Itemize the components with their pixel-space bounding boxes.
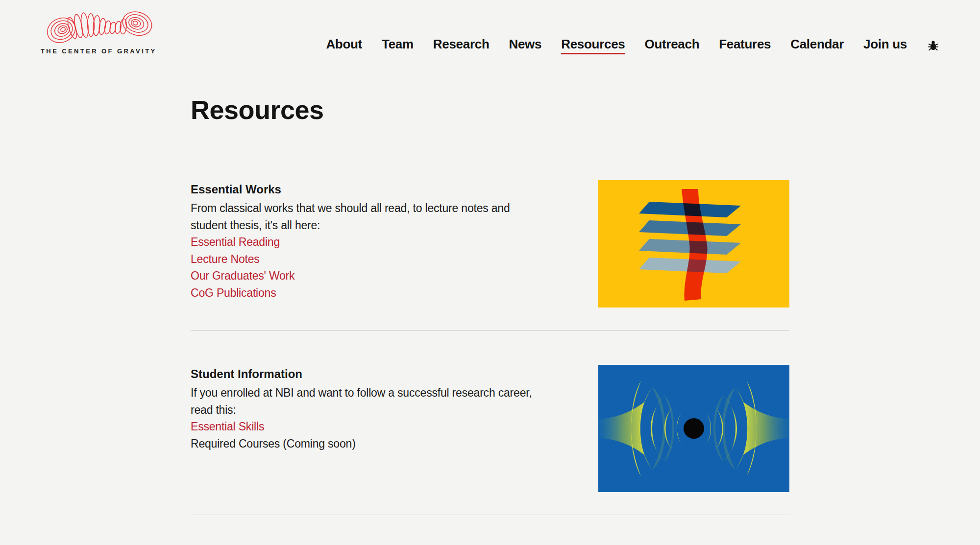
section-student-information: Student Information If you enrolled at N… [191, 331, 789, 492]
section-links: Essential Skills Required Courses (Comin… [191, 418, 578, 452]
nav-item-team[interactable]: Team [382, 37, 414, 52]
required-courses-text: Required Courses (Coming soon) [191, 435, 578, 452]
brand-name: THE CENTER OF GRAVITY [41, 47, 159, 55]
section-links: Essential Reading Lecture Notes Our Grad… [191, 234, 578, 301]
nav-item-features[interactable]: Features [719, 37, 771, 52]
main-content: Resources Essential Works From classical… [191, 95, 789, 515]
link-lecture-notes[interactable]: Lecture Notes [191, 253, 260, 265]
list-item: Essential Reading [191, 234, 578, 251]
link-our-graduates-work[interactable]: Our Graduates' Work [191, 269, 294, 282]
page-title: Resources [191, 95, 789, 124]
list-item: Our Graduates' Work [191, 267, 578, 284]
black-hole-waves-graphic [598, 365, 789, 492]
site-header: THE CENTER OF GRAVITY About Team Researc… [0, 0, 980, 58]
section-text: Essential Works From classical works tha… [191, 180, 578, 301]
nav-item-join-us[interactable]: Join us [863, 37, 907, 52]
list-item: CoG Publications [191, 284, 578, 302]
nav-item-research[interactable]: Research [433, 37, 490, 52]
nav-item-resources[interactable]: Resources [561, 37, 625, 54]
link-cog-publications[interactable]: CoG Publications [191, 286, 276, 299]
essential-works-illustration [598, 180, 789, 308]
stacked-planes-graphic [598, 180, 789, 308]
link-essential-skills[interactable]: Essential Skills [191, 420, 264, 433]
list-item: Essential Skills [191, 418, 578, 435]
nav-item-news[interactable]: News [509, 37, 541, 52]
nav-item-about[interactable]: About [326, 37, 362, 52]
nav-item-outreach[interactable]: Outreach [644, 37, 699, 52]
bug-icon[interactable] [927, 39, 940, 52]
gravity-wave-scribble-icon [41, 9, 159, 46]
brand-logo[interactable]: THE CENTER OF GRAVITY [41, 9, 159, 55]
section-divider [191, 515, 789, 515]
list-item: Lecture Notes [191, 251, 578, 268]
section-text: Student Information If you enrolled at N… [191, 365, 578, 452]
section-heading: Essential Works [191, 183, 578, 196]
section-description: If you enrolled at NBI and want to follo… [191, 384, 578, 418]
section-essential-works: Essential Works From classical works tha… [191, 124, 789, 308]
link-essential-reading[interactable]: Essential Reading [191, 236, 280, 248]
nav-item-calendar[interactable]: Calendar [790, 37, 844, 52]
main-nav: About Team Research News Resources Outre… [326, 9, 940, 54]
section-description: From classical works that we should all … [191, 200, 578, 234]
student-information-illustration [598, 365, 789, 492]
section-heading: Student Information [191, 367, 578, 381]
